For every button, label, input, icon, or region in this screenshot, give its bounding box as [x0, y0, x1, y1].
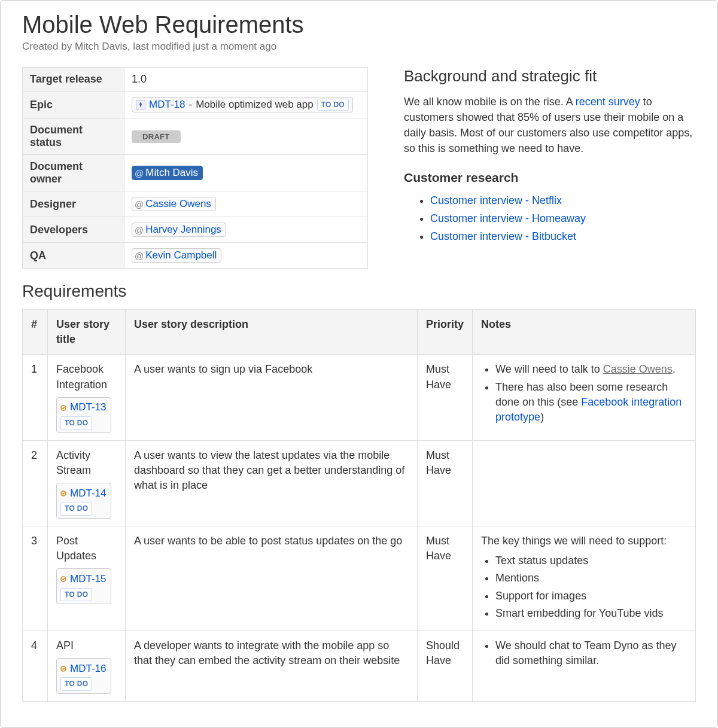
cell-num: 2 [23, 440, 48, 526]
at-icon: @ [135, 251, 144, 261]
story-title: Post Updates [56, 534, 117, 563]
story-key: MDT-16 [70, 662, 106, 676]
meta-label-epic: Epic [23, 92, 124, 118]
table-row: 3Post UpdatesMDT-15TO DOA user wants to … [23, 526, 696, 631]
table-row: 4APIMDT-16TO DOA developer wants to inte… [23, 631, 696, 702]
person-reference[interactable]: Cassie Owens [603, 363, 673, 375]
list-item: Customer interview - Homeaway [430, 210, 696, 228]
meta-label-doc-owner: Document owner [23, 155, 124, 191]
cell-notes: The key things we will need to support:T… [473, 526, 696, 631]
background-panel: Background and strategic fit We all know… [404, 67, 696, 245]
list-item: Customer interview - Netflix [430, 192, 696, 210]
story-key: MDT-14 [70, 486, 106, 501]
col-priority: Priority [418, 310, 473, 355]
page: Mobile Web Requirements Created by Mitch… [0, 0, 718, 728]
requirements-heading: Requirements [22, 282, 696, 301]
cell-priority: Should Have [418, 631, 473, 702]
status-draft-lozenge: DRAFT [132, 130, 181, 143]
cell-title: Post UpdatesMDT-15TO DO [48, 526, 126, 631]
survey-link[interactable]: recent survey [576, 96, 640, 108]
meta-value-target-release: 1.0 [124, 68, 368, 92]
story-issue-link[interactable]: MDT-13TO DO [56, 397, 111, 433]
at-icon: @ [135, 168, 144, 178]
cell-num: 1 [23, 355, 48, 440]
story-icon [60, 661, 66, 676]
meta-label-developers: Developers [23, 217, 124, 243]
notes-link[interactable]: Facebook integration prototype [495, 396, 682, 423]
epic-key: MDT-18 [149, 99, 185, 111]
research-list: Customer interview - Netflix Customer in… [404, 192, 696, 245]
cell-notes [473, 440, 696, 526]
background-heading: Background and strategic fit [404, 67, 696, 86]
byline: Created by Mitch Davis, last modified ju… [22, 41, 696, 53]
developer-name: Harvey Jennings [145, 224, 221, 236]
notes-lead: The key things we will need to support: [481, 534, 687, 549]
epic-issue-link[interactable]: MDT-18 - Mobile optimized web app TO DO [132, 97, 353, 112]
epic-status-lozenge: TO DO [317, 99, 349, 111]
epic-dash: - [188, 99, 192, 111]
meta-value-doc-status: DRAFT [124, 118, 368, 155]
col-num: # [23, 310, 48, 355]
background-paragraph: We all know mobile is on the rise. A rec… [404, 94, 696, 156]
story-issue-link[interactable]: MDT-14TO DO [56, 483, 111, 519]
story-status-lozenge: TO DO [60, 502, 92, 516]
story-icon [60, 486, 66, 501]
story-title: Facebook Integration [56, 362, 117, 392]
developer-mention[interactable]: @ Harvey Jennings [132, 223, 226, 237]
at-icon: @ [135, 225, 144, 235]
story-status-lozenge: TO DO [60, 416, 92, 430]
meta-value-developers: @ Harvey Jennings [124, 217, 368, 243]
list-item: Smart embedding for YouTube vids [495, 606, 687, 621]
list-item: Support for images [495, 589, 687, 604]
epic-summary: Mobile optimized web app [196, 99, 314, 111]
story-title: Activity Stream [56, 448, 117, 478]
story-status-lozenge: TO DO [60, 588, 92, 602]
research-link[interactable]: Customer interview - Homeaway [430, 212, 586, 224]
notes-list: We will need to talk to Cassie Owens.The… [481, 362, 687, 425]
owner-mention[interactable]: @ Mitch Davis [132, 166, 203, 180]
requirements-table: # User story title User story descriptio… [22, 309, 696, 702]
list-item: There has also been some research done o… [495, 380, 687, 425]
cell-title: Facebook IntegrationMDT-13TO DO [48, 355, 126, 440]
cell-desc: A developer wants to integrate with the … [126, 631, 418, 702]
list-item: Text status updates [495, 553, 687, 568]
meta-value-qa: @ Kevin Campbell [124, 243, 368, 269]
notes-list: We should chat to Team Dyno as they did … [481, 638, 687, 668]
cell-priority: Must Have [418, 526, 473, 631]
designer-mention[interactable]: @ Cassie Owens [132, 197, 216, 211]
cell-num: 3 [23, 526, 48, 631]
cell-desc: A user wants to be able to post status u… [126, 526, 418, 631]
designer-name: Cassie Owens [145, 198, 211, 210]
notes-list: Text status updatesMentionsSupport for i… [481, 553, 687, 621]
story-key: MDT-13 [70, 400, 106, 415]
table-row: 1Facebook IntegrationMDT-13TO DOA user w… [23, 355, 696, 440]
meta-value-epic: MDT-18 - Mobile optimized web app TO DO [124, 92, 368, 118]
list-item: We should chat to Team Dyno as they did … [495, 638, 687, 668]
meta-label-qa: QA [23, 243, 124, 269]
cell-priority: Must Have [418, 355, 473, 440]
qa-mention[interactable]: @ Kevin Campbell [132, 248, 221, 263]
cell-priority: Must Have [418, 440, 473, 526]
meta-label-designer: Designer [23, 191, 124, 217]
cell-notes: We will need to talk to Cassie Owens.The… [473, 355, 696, 440]
col-notes: Notes [473, 310, 696, 355]
table-row: 2Activity StreamMDT-14TO DOA user wants … [23, 440, 696, 526]
story-key: MDT-15 [70, 572, 106, 586]
story-issue-link[interactable]: MDT-15TO DO [56, 568, 111, 604]
col-desc: User story description [126, 310, 418, 355]
cell-title: Activity StreamMDT-14TO DO [48, 440, 126, 526]
story-issue-link[interactable]: MDT-16TO DO [56, 658, 111, 694]
meta-value-doc-owner: @ Mitch Davis [124, 155, 368, 191]
cell-desc: A user wants to view the latest updates … [126, 440, 418, 526]
top-columns: Target release 1.0 Epic MDT-18 - Mobile … [22, 67, 696, 269]
research-link[interactable]: Customer interview - Bitbucket [430, 230, 576, 242]
cell-desc: A user wants to sign up via Facebook [126, 355, 418, 440]
page-title: Mobile Web Requirements [22, 11, 696, 38]
epic-icon [136, 100, 145, 109]
col-title: User story title [48, 310, 126, 355]
research-link[interactable]: Customer interview - Netflix [430, 194, 562, 206]
story-status-lozenge: TO DO [60, 677, 92, 691]
research-heading: Customer research [404, 170, 696, 185]
story-title: API [56, 638, 117, 653]
at-icon: @ [135, 199, 144, 209]
